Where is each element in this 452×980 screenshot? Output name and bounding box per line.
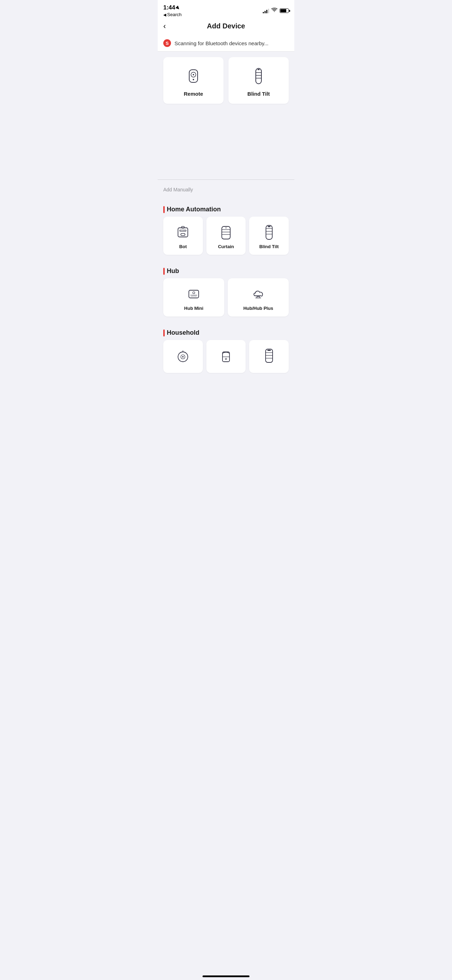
- svg-rect-23: [268, 226, 271, 227]
- add-manually-label: Add Manually: [163, 187, 289, 192]
- svg-rect-4: [256, 68, 261, 84]
- add-manually-section-header: Add Manually: [158, 180, 294, 200]
- device-card-remote[interactable]: Remote: [163, 57, 224, 104]
- time-display: 1:44: [163, 4, 175, 11]
- category-accent-icon: [163, 206, 165, 213]
- device-card-household-2[interactable]: [206, 340, 246, 373]
- hub-grid: switchbot Hub Mini Hub/Hub Plus: [163, 275, 289, 323]
- home-automation-grid: SwitchBot Bot: [163, 213, 289, 262]
- status-bar-right: [263, 8, 289, 14]
- hub-category-accent-icon: [163, 268, 165, 275]
- hub-hub-plus-icon: [250, 285, 267, 302]
- household-3-icon: [261, 347, 277, 364]
- wifi-icon: [271, 8, 277, 14]
- svg-rect-13: [181, 226, 184, 228]
- hub-category: Hub switchbot Hub Mini: [158, 262, 294, 323]
- device-card-curtain[interactable]: Curtain: [206, 216, 246, 255]
- device-label-bot: Bot: [179, 244, 187, 249]
- svg-rect-39: [266, 349, 272, 363]
- curtain-icon: [218, 224, 234, 240]
- nearby-devices-section: Remote Blind Tilt: [158, 51, 294, 109]
- household-label: Household: [163, 329, 289, 336]
- status-bar: 1:44 ▶ Search: [158, 0, 294, 19]
- household-category: Household: [158, 323, 294, 380]
- bluetooth-scan-icon: S: [163, 39, 171, 47]
- svg-point-2: [193, 74, 194, 75]
- household-grid: [163, 336, 289, 380]
- household-1-icon: [175, 347, 191, 364]
- device-card-bot[interactable]: SwitchBot Bot: [163, 216, 203, 255]
- svg-point-35: [182, 356, 184, 358]
- device-card-household-3[interactable]: [249, 340, 289, 373]
- remote-icon: [183, 65, 204, 87]
- blind-tilt-icon: [261, 224, 277, 240]
- home-indicator-container: [158, 380, 294, 394]
- battery-icon: [280, 8, 289, 13]
- household-2-icon: [218, 347, 234, 364]
- status-bar-left: 1:44 ▶ Search: [163, 4, 181, 17]
- device-label-hub-hub-plus: Hub/Hub Plus: [243, 305, 273, 311]
- page-title: Add Device: [207, 22, 245, 30]
- device-label-remote: Remote: [184, 91, 203, 97]
- svg-point-25: [193, 292, 195, 294]
- signal-bars-icon: [263, 8, 269, 13]
- device-card-hub-hub-plus[interactable]: Hub/Hub Plus: [228, 278, 289, 317]
- hub-label: Hub: [163, 267, 289, 275]
- empty-space: [158, 109, 294, 180]
- svg-rect-19: [266, 225, 272, 239]
- svg-point-38: [225, 358, 227, 360]
- scan-bar: S Scanning for Bluetooth devices nearby.…: [158, 35, 294, 51]
- svg-rect-0: [189, 70, 197, 83]
- svg-rect-43: [267, 350, 271, 351]
- svg-text:SwitchBot: SwitchBot: [180, 230, 186, 232]
- device-card-blind-tilt[interactable]: Blind Tilt: [249, 216, 289, 255]
- scan-text: Scanning for Bluetooth devices nearby...: [175, 40, 268, 46]
- device-label-blind-tilt-nearby: Blind Tilt: [247, 91, 270, 97]
- status-time: 1:44 ▶: [163, 4, 181, 11]
- status-search[interactable]: Search: [163, 12, 181, 17]
- device-label-blind-tilt: Blind Tilt: [259, 244, 279, 249]
- household-category-accent-icon: [163, 329, 165, 336]
- device-card-hub-mini[interactable]: switchbot Hub Mini: [163, 278, 224, 317]
- device-label-curtain: Curtain: [218, 244, 234, 249]
- blind-tilt-nearby-icon: [248, 65, 269, 87]
- back-button[interactable]: ‹: [163, 22, 166, 31]
- nav-header: ‹ Add Device: [158, 19, 294, 35]
- svg-point-3: [193, 79, 194, 80]
- device-card-household-1[interactable]: [163, 340, 203, 373]
- hub-mini-icon: switchbot: [185, 285, 202, 302]
- device-card-blind-tilt-nearby[interactable]: Blind Tilt: [228, 57, 289, 104]
- home-automation-label: Home Automation: [163, 206, 289, 213]
- home-automation-category: Home Automation SwitchBot Bot: [158, 200, 294, 262]
- svg-text:switchbot: switchbot: [191, 295, 197, 297]
- bot-icon: SwitchBot: [175, 224, 191, 240]
- svg-rect-12: [181, 234, 185, 235]
- svg-rect-8: [258, 69, 259, 70]
- device-label-hub-mini: Hub Mini: [184, 305, 204, 311]
- location-arrow-icon: ▶: [175, 5, 181, 11]
